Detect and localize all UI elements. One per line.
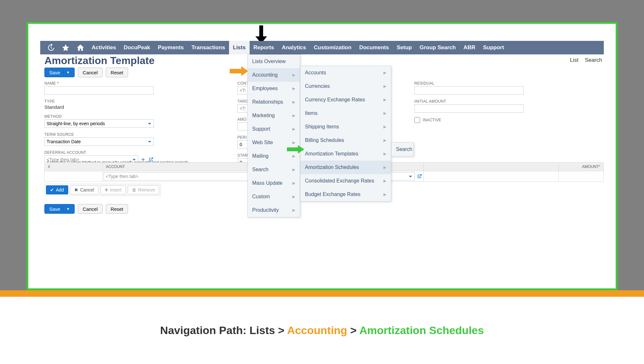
flyout-search[interactable]: Search <box>391 143 413 156</box>
arrow-right-green-icon <box>287 145 305 154</box>
menu-amortization-templates[interactable]: Amortization Templates▶ <box>300 147 391 161</box>
save-button-bottom[interactable]: Save▼ <box>44 204 75 214</box>
caption-text: Navigation Path: Lists > Accounting > Am… <box>160 324 484 337</box>
cancel-button-bottom[interactable]: Cancel <box>78 204 103 214</box>
menu-amortization-schedules[interactable]: Amortization Schedules▶ <box>300 161 391 174</box>
initial-label: INITIAL AMOUNT <box>414 99 524 104</box>
type-value: Standard <box>44 104 154 110</box>
initial-input[interactable] <box>414 104 524 113</box>
lists-menu: Lists OverviewAccounting▶Employees▶Relat… <box>247 54 300 217</box>
targ-input[interactable] <box>237 104 248 113</box>
nav-group-search[interactable]: Group Search <box>416 41 459 54</box>
menu-marketing[interactable]: Marketing▶ <box>248 109 300 122</box>
cont-input[interactable] <box>237 86 248 95</box>
menu-accounts[interactable]: Accounts▶ <box>300 66 391 79</box>
cancel-row-button[interactable]: ✖Cancel <box>70 185 98 194</box>
insert-row-button[interactable]: ✚Insert <box>100 185 126 194</box>
search-link[interactable]: Search <box>585 57 602 63</box>
type-label: TYPE <box>44 99 154 104</box>
termsource-select[interactable] <box>44 137 154 146</box>
accounting-submenu: Accounts▶Currencies▶Currency Exchange Ra… <box>300 66 391 201</box>
col-num: # <box>45 163 103 171</box>
nav-docupeak[interactable]: DocuPeak <box>120 41 154 54</box>
menu-relationships[interactable]: Relationships▶ <box>248 95 300 109</box>
list-link[interactable]: List <box>570 57 578 63</box>
nav-customization[interactable]: Customization <box>310 41 355 54</box>
menu-billing-schedules[interactable]: Billing Schedules▶ <box>300 134 391 147</box>
svg-rect-0 <box>259 25 263 36</box>
save-button[interactable]: Save▼ <box>44 68 75 77</box>
method-select[interactable] <box>44 119 154 128</box>
add-row-button[interactable]: ✔Add <box>46 185 68 194</box>
history-icon[interactable] <box>47 43 55 52</box>
svg-rect-2 <box>230 69 241 73</box>
menu-productivity[interactable]: Productivity▶ <box>248 203 300 217</box>
residual-label: RESIDUAL <box>414 81 524 86</box>
popout-icon[interactable] <box>417 173 422 179</box>
menu-mass-update[interactable]: Mass Update▶ <box>248 176 300 190</box>
menu-items[interactable]: Items▶ <box>300 107 391 120</box>
divider-bar <box>0 290 644 297</box>
menu-employees[interactable]: Employees▶ <box>248 82 300 95</box>
bottom-toolbar: Save▼ Cancel Reset <box>44 204 128 214</box>
amortization-flyout: Search <box>391 142 414 156</box>
nav-abr[interactable]: ABR <box>460 41 479 54</box>
residual-input[interactable] <box>414 86 524 95</box>
menu-currency-exchange-rates[interactable]: Currency Exchange Rates▶ <box>300 93 391 107</box>
arrow-right-orange-icon <box>230 66 249 77</box>
save-dropdown-icon[interactable]: ▼ <box>63 207 70 211</box>
main-navbar: ActivitiesDocuPeakPaymentsTransactionsLi… <box>40 41 604 54</box>
menu-accounting[interactable]: Accounting▶ <box>248 68 300 82</box>
nav-analytics[interactable]: Analytics <box>278 41 310 54</box>
deferral-label: DEFERRAL ACCOUNT <box>44 150 154 155</box>
svg-marker-5 <box>298 145 304 154</box>
nav-lists[interactable]: Lists <box>229 41 250 54</box>
nav-transactions[interactable]: Transactions <box>188 41 229 54</box>
reset-button-bottom[interactable]: Reset <box>106 204 128 214</box>
app-frame: ActivitiesDocuPeakPaymentsTransactionsLi… <box>26 22 618 290</box>
nav-documents[interactable]: Documents <box>355 41 393 54</box>
amo-input[interactable] <box>237 122 248 131</box>
cancel-button[interactable]: Cancel <box>78 68 103 77</box>
inactive-checkbox[interactable] <box>414 117 420 123</box>
menu-budget-exchange-rates[interactable]: Budget Exchange Rates▶ <box>300 188 391 201</box>
svg-rect-4 <box>287 147 298 151</box>
name-label: NAME * <box>44 81 154 86</box>
inactive-label: INACTIVE <box>423 118 441 122</box>
save-dropdown-icon[interactable]: ▼ <box>63 70 70 74</box>
menu-custom[interactable]: Custom▶ <box>248 190 300 203</box>
top-toolbar: Save▼ Cancel Reset <box>44 68 128 77</box>
nav-reports[interactable]: Reports <box>250 41 278 54</box>
caption-panel: Navigation Path: Lists > Accounting > Am… <box>0 297 644 364</box>
menu-consolidated-exchange-rates[interactable]: Consolidated Exchange Rates▶ <box>300 174 391 188</box>
nav-setup[interactable]: Setup <box>393 41 416 54</box>
name-input[interactable] <box>44 86 154 95</box>
home-icon[interactable] <box>76 43 85 52</box>
nav-activities[interactable]: Activities <box>88 41 120 54</box>
menu-lists-overview[interactable]: Lists Overview <box>248 55 300 68</box>
nav-payments[interactable]: Payments <box>154 41 188 54</box>
method-label: METHOD <box>44 114 154 119</box>
star-icon[interactable] <box>61 43 70 52</box>
nav-support[interactable]: Support <box>479 41 508 54</box>
menu-support[interactable]: Support▶ <box>248 122 300 136</box>
menu-search[interactable]: Search▶ <box>248 163 300 176</box>
remove-row-button[interactable]: 🗑Remove <box>128 185 159 194</box>
menu-currencies[interactable]: Currencies▶ <box>300 79 391 93</box>
page-title: Amortization Template <box>44 55 155 67</box>
top-links: List Search <box>570 57 602 63</box>
termsource-label: TERM SOURCE <box>44 132 154 137</box>
reset-button[interactable]: Reset <box>106 68 128 77</box>
col-amount: AMOUNT* <box>559 163 604 171</box>
menu-shipping-items[interactable]: Shipping Items▶ <box>300 120 391 134</box>
